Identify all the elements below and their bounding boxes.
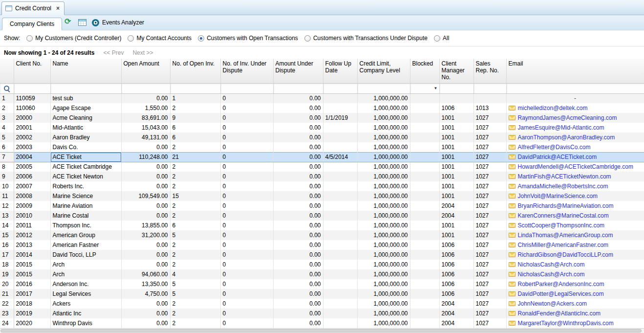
filter-input-open-amount[interactable] — [121, 83, 170, 93]
prev-link[interactable]: << Prev — [103, 49, 124, 56]
email-link[interactable]: HowardMendell@ACETicketCambridge.com — [518, 163, 633, 170]
email-link[interactable]: michelledizon@deltek.com — [518, 105, 588, 111]
email-link[interactable]: MargaretTaylor@WinthropDavis.com — [518, 320, 614, 327]
email-link[interactable]: ScottCooper@ThompsonInc.com — [518, 222, 605, 229]
filter-input-email[interactable] — [506, 83, 644, 93]
table-row[interactable]: 2120017Legal Services4,750.00500.001,000… — [0, 289, 644, 299]
email-link[interactable]: DavidPotter@LegalServices.com — [518, 290, 604, 297]
table-row[interactable]: 920006ACE Ticket Newton0.00200.001,000,0… — [0, 172, 644, 181]
column-header-sales-rep-no[interactable]: Sales Rep. No. — [473, 59, 506, 83]
email-link[interactable]: AmandaMichelle@RobertsInc.com — [518, 183, 608, 190]
filter-input-no-of-open-inv[interactable] — [170, 83, 220, 93]
table-row[interactable]: 1420011Thompson Inc.13,855.00600.001,000… — [0, 221, 644, 230]
radio-my-customers-credit-controller[interactable]: My Customers (Credit Controller) — [26, 35, 121, 42]
scrollbar-thumb[interactable] — [0, 329, 642, 333]
table-row[interactable]: 2020016Anderson Inc.13,350.00500.001,000… — [0, 279, 644, 289]
column-header-open-amount[interactable]: Open Amount — [121, 59, 170, 83]
table-row[interactable]: 820005ACE Ticket Cambridge0.00200.001,00… — [0, 162, 644, 172]
table-row[interactable]: 720004ACE Ticket110,248.002100.004/5/201… — [0, 152, 644, 162]
events-analyzer-button[interactable]: Events Analyzer — [92, 15, 144, 30]
email-link[interactable]: JohnVoit@MarineScience.com — [518, 193, 598, 200]
table-row[interactable]: 1110059test sub0.00100.001,000,000.00- — [0, 93, 644, 103]
email-link[interactable]: JohnNewton@Ackers.com — [518, 300, 587, 307]
filter-input-name[interactable] — [50, 83, 121, 93]
filter-input-blocked[interactable]: ▼ — [410, 83, 439, 93]
radio-all[interactable]: All — [434, 35, 449, 42]
blocked-filter-dropdown-icon[interactable]: ▼ — [434, 86, 438, 91]
table-row[interactable]: 320000Acme Cleaning83,691.00900.001/1/20… — [0, 113, 644, 123]
cell-blocked — [410, 103, 439, 113]
column-header-client-no[interactable]: Client No. — [14, 59, 50, 83]
email-link[interactable]: NicholasCash@Arch.com — [518, 261, 585, 268]
table-row[interactable]: 1320010Marine Costal0.00200.001,000,000.… — [0, 211, 644, 221]
email-link[interactable]: AlfredFletter@DavisCo.com — [518, 144, 591, 151]
email-icon — [509, 243, 515, 247]
column-header-blocked[interactable]: Blocked — [410, 59, 439, 83]
email-link[interactable]: AaronThompson@AaronBradley.com — [518, 134, 615, 141]
filter-input-client-no[interactable] — [14, 83, 50, 93]
cell-amount-under-dispute: 0.00 — [273, 93, 323, 103]
filter-input-client-manager-no[interactable] — [439, 83, 473, 93]
email-link[interactable]: RonaldFender@AtlanticInc.com — [518, 310, 601, 317]
credit-control-tab[interactable]: Credit Control × — [1, 1, 64, 15]
next-link[interactable]: Next >> — [132, 49, 153, 56]
close-tab-icon[interactable]: × — [56, 5, 60, 12]
cell-no-of-inv-under-dispute: 0 — [220, 172, 273, 181]
table-row[interactable]: 2110060Agape Escape1,550.00200.001,000,0… — [0, 103, 644, 113]
cell-open-amount: 4,750.00 — [121, 289, 170, 299]
filter-input-sales-rep-no[interactable] — [473, 83, 506, 93]
row-number: 10 — [0, 181, 14, 191]
email-empty: - — [574, 95, 576, 102]
radio-customers-with-transactions-under-dispute[interactable]: Customers with Transactions Under Disput… — [304, 35, 428, 42]
column-header-no-of-inv-under-dispute[interactable]: No. of Inv. Under Dispute — [220, 59, 273, 83]
table-row[interactable]: 1920015Arch94,060.00400.001,000,000.0010… — [0, 269, 644, 279]
table-row[interactable]: 1220009Marine Aviation0.00200.001,000,00… — [0, 201, 644, 211]
table-row[interactable]: 2320019Atlantic Inc0.00200.001,000,000.0… — [0, 309, 644, 318]
email-link[interactable]: BryanRichards@MarineAviation.com — [518, 202, 614, 209]
email-link[interactable]: RichardGibson@DavidTocciLLP.com — [518, 251, 613, 258]
column-header-name[interactable]: Name — [50, 59, 121, 83]
table-row[interactable]: 2420020Winthrop Davis0.00200.001,000,000… — [0, 318, 644, 328]
table-row[interactable]: 2220018Ackers0.00200.001,000,000.0020041… — [0, 299, 644, 309]
table-row[interactable]: 1520012American Group31,200.00500.001,00… — [0, 230, 644, 240]
cell-email: ScottCooper@ThompsonInc.com — [506, 221, 644, 230]
horizontal-scrollbar[interactable] — [0, 328, 644, 333]
email-link[interactable]: MartinFish@ACETicketNewton.com — [518, 173, 611, 180]
refresh-icon[interactable]: ⟳ — [64, 18, 71, 25]
table-row[interactable]: 420001Mid-Atlantic15,043.00600.001,000,0… — [0, 123, 644, 133]
column-header-follow-up-date[interactable]: Follow Up Date — [323, 59, 357, 83]
table-view-icon[interactable] — [78, 19, 86, 26]
email-link[interactable]: RobertParker@AndersonInc.com — [518, 281, 604, 288]
table-row[interactable]: 1820015Arch0.00200.001,000,000.001006102… — [0, 260, 644, 269]
filter-input-credit-limit-company-level[interactable] — [357, 83, 410, 93]
email-link[interactable]: NicholasCash@Arch.com — [518, 271, 585, 278]
table-row[interactable]: 1020007Roberts Inc.0.00200.001,000,000.0… — [0, 181, 644, 191]
email-link[interactable]: LindaThomas@AmericanGroup.com — [518, 232, 613, 239]
column-header-amount-under-dispute[interactable]: Amount Under Dispute — [273, 59, 323, 83]
radio-my-contact-accounts[interactable]: My Contact Accounts — [128, 35, 192, 42]
email-link[interactable]: DavidPatrick@ACETicket.com — [518, 154, 597, 160]
email-icon — [509, 213, 515, 218]
table-row[interactable]: 1620013American Fastner0.00200.001,000,0… — [0, 240, 644, 250]
radio-customers-with-open-transactions[interactable]: Customers with Open Transactions — [198, 35, 298, 42]
column-header-no-of-open-inv[interactable]: No. of Open Inv. — [170, 59, 220, 83]
column-header-credit-limit-company-level[interactable]: Credit Limit, Company Level — [357, 59, 410, 83]
table-row[interactable]: 520002Aaron Bradley49,131.00600.001,000,… — [0, 133, 644, 142]
column-header-client-manager-no[interactable]: Client Manager No. — [439, 59, 473, 83]
search-icon[interactable] — [3, 85, 10, 92]
table-row[interactable]: 1720014David Tocci, LLP0.00200.001,000,0… — [0, 250, 644, 260]
email-link[interactable]: JamesEsquire@Mid-Atlantic.com — [518, 124, 604, 131]
email-link[interactable]: KarenConners@MarineCostal.com — [518, 212, 609, 219]
company-clients-tab[interactable]: Company Clients — [2, 18, 62, 30]
cell-no-of-inv-under-dispute: 0 — [220, 191, 273, 201]
table-row[interactable]: 1120008Marine Science109,549.001500.001,… — [0, 191, 644, 201]
column-header-email[interactable]: Email — [506, 59, 644, 83]
email-link[interactable]: ChrisMiller@AmericanFastner.com — [518, 242, 609, 248]
filter-input-amount-under-dispute[interactable] — [273, 83, 323, 93]
filter-input-follow-up-date[interactable] — [323, 83, 357, 93]
table-row[interactable]: 620003Davis Co.0.00200.001,000,000.00100… — [0, 142, 644, 152]
cell-credit-limit: 1,000,000.00 — [357, 133, 410, 142]
filter-input-no-of-inv-under-dispute[interactable] — [220, 83, 273, 93]
email-link[interactable]: RaymondJames@AcmeCleaning.com — [518, 114, 617, 121]
cell-amount-under-dispute: 0.00 — [273, 181, 323, 191]
